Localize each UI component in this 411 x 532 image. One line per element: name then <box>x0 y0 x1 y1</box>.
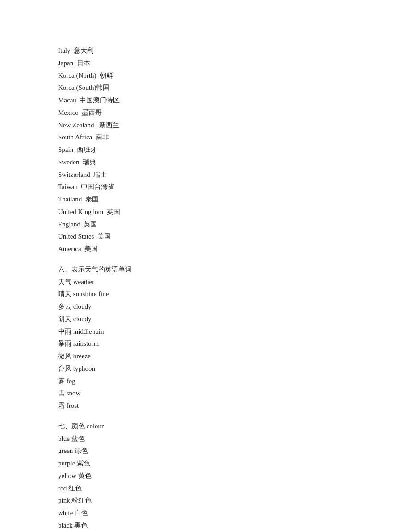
color-item: red 红色 <box>58 482 411 495</box>
country-item: South Africa 南非 <box>58 131 411 144</box>
country-item: Switzerland 瑞士 <box>58 169 411 181</box>
section6: 六、表示天气的英语单词天气 weather晴天 sunshine fine多云 … <box>58 264 411 412</box>
country-item: Korea (North) 朝鲜 <box>58 70 411 82</box>
country-item: Italy 意大利 <box>58 45 411 57</box>
weather-item: 阴天 cloudy <box>58 313 411 326</box>
section7: 七、颜色 colourblue 蓝色green 绿色purple 紫色yello… <box>58 420 411 532</box>
color-item: yellow 黄色 <box>58 470 411 482</box>
country-item: Korea (South)韩国 <box>58 82 411 94</box>
country-item: America 美国 <box>58 243 411 256</box>
country-item: England 英国 <box>58 218 411 231</box>
country-item: United Kingdom 英国 <box>58 206 411 218</box>
country-item: New Zealand 新西兰 <box>58 119 411 132</box>
color-item: blue 蓝色 <box>58 433 411 445</box>
color-item: pink 粉红色 <box>58 494 411 507</box>
color-item: purple 紫色 <box>58 457 411 470</box>
weather-item: 天气 weather <box>58 276 411 289</box>
weather-item: 中雨 middle rain <box>58 326 411 338</box>
color-item: white 白色 <box>58 507 411 519</box>
countries-list: Italy 意大利Japan 日本Korea (North) 朝鲜Korea (… <box>58 45 411 256</box>
country-item: Sweden 瑞典 <box>58 156 411 169</box>
weather-item: 晴天 sunshine fine <box>58 288 411 301</box>
country-item: Macau 中国澳门特区 <box>58 94 411 107</box>
country-item: Spain 西班牙 <box>58 144 411 156</box>
color-item: green 绿色 <box>58 445 411 457</box>
section6-title: 六、表示天气的英语单词 <box>58 264 411 276</box>
weather-item: 多云 cloudy <box>58 301 411 313</box>
weather-item: 霜 frost <box>58 400 411 412</box>
weather-item: 暴雨 rainstorm <box>58 338 411 350</box>
country-item: Mexico 墨西哥 <box>58 107 411 119</box>
weather-item: 雾 fog <box>58 375 411 388</box>
country-item: Taiwan 中国台湾省 <box>58 181 411 193</box>
color-item: black 黑色 <box>58 519 411 532</box>
country-item: Japan 日本 <box>58 57 411 70</box>
weather-item: 台风 typhoon <box>58 363 411 375</box>
section7-title: 七、颜色 colour <box>58 420 411 433</box>
country-item: Thailand 泰国 <box>58 193 411 206</box>
weather-item: 微风 breeze <box>58 350 411 363</box>
weather-item: 雪 snow <box>58 387 411 400</box>
country-item: United States 美国 <box>58 230 411 243</box>
